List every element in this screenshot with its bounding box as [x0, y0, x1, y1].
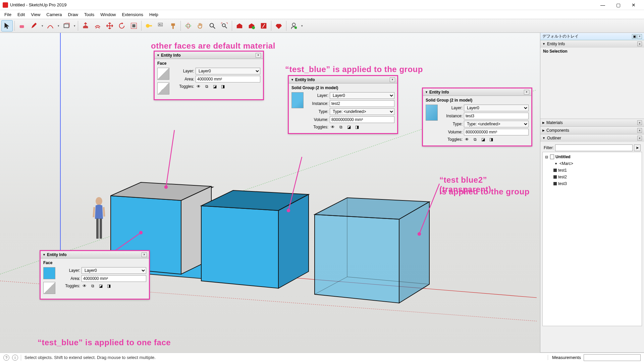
offset-tool[interactable] [92, 20, 103, 32]
menu-camera[interactable]: Camera [43, 11, 65, 18]
panel-header[interactable]: ▼ Entity Info × [155, 52, 263, 59]
collapse-icon[interactable]: ▼ [43, 253, 46, 256]
layout-tool[interactable] [258, 20, 269, 32]
instance-field[interactable] [330, 100, 394, 107]
menu-draw[interactable]: Draw [65, 11, 81, 18]
area-field[interactable] [82, 275, 146, 282]
pushpull-tool[interactable] [80, 20, 91, 32]
close-icon[interactable]: × [637, 128, 642, 133]
volume-field[interactable] [464, 129, 529, 135]
pencil-dropdown[interactable]: ▾ [41, 24, 44, 27]
help-icon[interactable]: ? [3, 355, 9, 361]
lock-toggle-icon[interactable]: ⧉ [472, 137, 478, 142]
rotate-tool[interactable] [116, 20, 127, 32]
panel-header[interactable]: ▼ Entity Info × [41, 251, 149, 258]
shadow-cast-icon[interactable]: ◪ [346, 124, 352, 130]
close-icon[interactable]: × [637, 34, 642, 39]
entity-info-panel-group-test2[interactable]: ▼ Entity Info × Solid Group (2 in model)… [288, 76, 397, 133]
menu-help[interactable]: Help [146, 11, 161, 18]
front-material-swatch[interactable] [157, 68, 169, 80]
minimize-button[interactable]: — [595, 0, 610, 10]
menu-extensions[interactable]: Extensions [119, 11, 147, 18]
shadow-receive-icon[interactable]: ◨ [488, 137, 494, 142]
expand-icon[interactable]: ⊟ [544, 155, 549, 159]
shadow-receive-icon[interactable]: ◨ [106, 283, 112, 289]
outliner-root[interactable]: ⊟ Untitled [544, 154, 640, 160]
outliner-item[interactable]: test3 [544, 180, 640, 187]
lock-toggle-icon[interactable]: ⧉ [90, 283, 96, 289]
warehouse-tool[interactable] [234, 20, 245, 32]
rectangle-dropdown[interactable]: ▾ [73, 24, 76, 27]
scale-tool[interactable] [128, 20, 140, 32]
menu-view[interactable]: View [28, 11, 43, 18]
outliner-item[interactable]: test2 [544, 174, 640, 180]
outliner-item[interactable]: test1 [544, 167, 640, 174]
entity-info-panel-face-default[interactable]: ▼ Entity Info × Face Layer:Layer0 Area: … [154, 51, 263, 100]
zoom-extents-tool[interactable] [219, 20, 230, 32]
rectangle-tool[interactable] [61, 20, 72, 32]
menu-tools[interactable]: Tools [81, 11, 97, 18]
type-select[interactable]: Type: <undefined> [330, 108, 394, 115]
panel-header[interactable]: ▼ Entity Info × [423, 88, 531, 96]
collapse-icon[interactable]: ▼ [542, 42, 545, 46]
expand-icon[interactable]: ▶ [542, 121, 545, 124]
info-icon[interactable]: i [12, 355, 18, 361]
back-material-swatch[interactable] [43, 282, 55, 294]
menu-file[interactable]: File [1, 11, 14, 18]
expand-icon[interactable]: ▶ [542, 129, 545, 132]
hidden-toggle-icon[interactable]: 👁 [196, 84, 202, 89]
maximize-button[interactable]: ▢ [610, 0, 626, 10]
lock-toggle-icon[interactable]: ⧉ [204, 84, 210, 89]
collapse-icon[interactable]: ▼ [291, 78, 294, 81]
shadow-receive-icon[interactable]: ◨ [220, 84, 226, 89]
eraser-tool[interactable] [16, 20, 28, 32]
layer-select[interactable]: Layer0 [330, 92, 394, 99]
orbit-tool[interactable] [182, 20, 194, 32]
close-icon[interactable]: × [142, 252, 147, 257]
layer-select[interactable]: Layer0 [464, 105, 529, 111]
material-swatch[interactable] [426, 105, 438, 121]
layer-select[interactable]: Layer0 [82, 267, 146, 274]
close-icon[interactable]: × [390, 77, 395, 82]
hidden-toggle-icon[interactable]: 👁 [330, 124, 336, 130]
collapse-icon[interactable]: ▼ [425, 90, 428, 94]
shadow-cast-icon[interactable]: ◪ [98, 283, 104, 289]
text-tool[interactable]: A1 [155, 20, 167, 32]
paint-tool[interactable] [167, 20, 179, 32]
tape-tool[interactable] [143, 20, 155, 32]
collapse-icon[interactable]: ▼ [542, 136, 545, 140]
shadow-cast-icon[interactable]: ◪ [212, 84, 218, 89]
filter-menu-button[interactable]: ➤ [634, 144, 641, 151]
close-icon[interactable]: × [524, 90, 529, 95]
select-tool[interactable] [1, 20, 13, 32]
volume-field[interactable] [330, 116, 394, 123]
instance-field[interactable] [464, 113, 529, 119]
filter-input[interactable] [555, 144, 633, 151]
measurements-input[interactable] [584, 354, 641, 361]
pencil-tool[interactable] [29, 20, 40, 32]
shadow-receive-icon[interactable]: ◨ [354, 124, 360, 130]
area-field[interactable] [196, 76, 260, 82]
zoom-tool[interactable] [207, 20, 218, 32]
extension-warehouse-tool[interactable] [246, 20, 257, 32]
menu-edit[interactable]: Edit [14, 11, 28, 18]
front-material-swatch[interactable] [43, 267, 55, 279]
panel-header[interactable]: ▼ Entity Info × [289, 76, 397, 83]
pan-tool[interactable] [195, 20, 206, 32]
hidden-toggle-icon[interactable]: 👁 [82, 283, 88, 289]
back-material-swatch[interactable] [157, 82, 169, 95]
pin-icon[interactable]: ▣ [632, 34, 637, 39]
entity-info-panel-face-blue[interactable]: ▼ Entity Info × Face Layer:Layer0 Area: … [40, 251, 149, 299]
collapse-icon[interactable]: ▼ [157, 54, 160, 57]
arc-tool[interactable] [45, 20, 56, 32]
outliner-item[interactable]: ✦ <Marc> [544, 160, 640, 167]
user-dropdown[interactable]: ▾ [300, 24, 304, 27]
shadow-cast-icon[interactable]: ◪ [480, 137, 486, 142]
section-header[interactable]: ▼ Entity Info × [540, 40, 644, 48]
type-select[interactable]: Type: <undefined> [464, 121, 529, 127]
close-icon[interactable]: × [637, 42, 642, 46]
layer-select[interactable]: Layer0 [196, 68, 260, 74]
material-swatch[interactable] [291, 92, 304, 108]
section-header[interactable]: ▶ Components × [540, 127, 644, 134]
hidden-toggle-icon[interactable]: 👁 [464, 137, 470, 142]
